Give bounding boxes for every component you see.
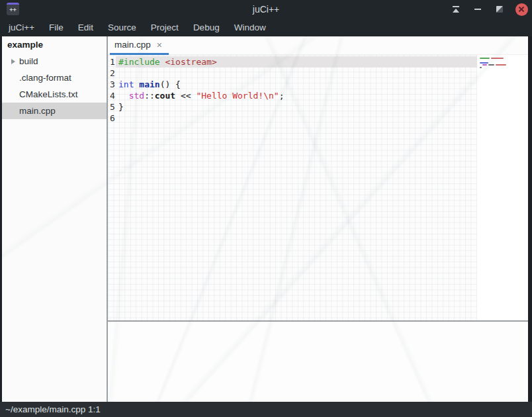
minimap-row-1	[480, 58, 527, 59]
minimap-row-2	[480, 60, 527, 61]
menu-item-juci-[interactable]: juCi++	[1, 19, 42, 36]
tab-main-cpp[interactable]: main.cpp ×	[110, 36, 169, 55]
code-line-3[interactable]: 3int main() {	[108, 79, 477, 90]
code-text: int main() {	[116, 79, 477, 90]
menu-item-project[interactable]: Project	[144, 19, 186, 36]
code-line-4[interactable]: 4 std::cout << "Hello World!\n";	[108, 90, 477, 101]
app-logo-icon: ++	[7, 3, 19, 15]
minimap-row-4	[482, 64, 527, 66]
tree-item-build[interactable]: build	[2, 53, 107, 70]
menubar: juCi++FileEditSourceProjectDebugWindow	[0, 19, 532, 36]
line-number: 4	[108, 90, 116, 101]
code-text	[116, 113, 477, 124]
tree-root-folder[interactable]: example	[2, 36, 107, 53]
status-file-position: ~/example/main.cpp 1:1	[5, 404, 101, 414]
code-line-2[interactable]: 2	[108, 68, 477, 79]
minimap-row-5	[480, 67, 527, 68]
statusbar: ~/example/main.cpp 1:1	[0, 402, 532, 417]
minimap-row-3	[480, 62, 527, 64]
window-controls	[449, 0, 528, 19]
line-number: 2	[108, 68, 116, 79]
menu-item-edit[interactable]: Edit	[71, 19, 101, 36]
code-line-6[interactable]: 6	[108, 113, 477, 124]
line-number: 1	[108, 56, 116, 68]
menu-item-debug[interactable]: Debug	[186, 19, 227, 36]
tree-item-label: build	[19, 56, 38, 66]
titlebar[interactable]: ++ juCi++	[0, 0, 532, 19]
minimap[interactable]	[478, 57, 527, 320]
code-line-1[interactable]: 1#include <iostream>	[108, 56, 477, 68]
code-text: std::cout << "Hello World!\n";	[116, 90, 477, 101]
tabbar: main.cpp ×	[108, 36, 528, 55]
minimize-button[interactable]	[471, 3, 484, 16]
tree-item-label: .clang-format	[19, 73, 71, 83]
output-pane[interactable]	[108, 322, 528, 402]
minimize-icon	[474, 9, 481, 10]
tree-item--clang-format[interactable]: .clang-format	[2, 70, 107, 86]
code-lines: 1#include <iostream>23int main() {4 std:…	[108, 56, 477, 124]
expander-icon[interactable]	[7, 59, 19, 64]
code-line-5[interactable]: 5}	[108, 101, 477, 113]
code-editor[interactable]: 1#include <iostream>23int main() {4 std:…	[108, 55, 528, 320]
juci-window: ++ juCi++ juCi++FileEditSourceProjectDeb…	[0, 0, 532, 417]
line-number: 5	[108, 101, 116, 113]
shade-icon	[452, 6, 460, 13]
content-area: example build.clang-formatCMakeLists.txt…	[0, 36, 532, 402]
restore-button[interactable]	[493, 3, 506, 16]
window-right-border	[528, 36, 532, 402]
tree-item-cmakelists-txt[interactable]: CMakeLists.txt	[2, 86, 107, 103]
menu-item-window[interactable]: Window	[227, 19, 273, 36]
code-text: #include <iostream>	[116, 56, 477, 68]
file-tree: example build.clang-formatCMakeLists.txt…	[2, 36, 107, 402]
code-text: }	[116, 101, 477, 113]
tab-label: main.cpp	[114, 40, 151, 50]
close-icon	[515, 3, 528, 16]
tree-item-label: CMakeLists.txt	[19, 89, 78, 99]
tree-item-main-cpp[interactable]: main.cpp	[2, 103, 107, 119]
line-number: 6	[108, 113, 116, 124]
close-button[interactable]	[515, 3, 528, 16]
tab-close-icon[interactable]: ×	[157, 40, 162, 50]
menu-item-file[interactable]: File	[42, 19, 71, 36]
restore-icon	[496, 6, 503, 13]
code-text	[116, 68, 477, 79]
editor-zone: main.cpp × 1#include <iostream>23int mai…	[108, 36, 528, 402]
shade-button[interactable]	[449, 3, 463, 16]
menu-item-source[interactable]: Source	[101, 19, 144, 36]
line-number: 3	[108, 79, 116, 90]
tree-item-label: main.cpp	[19, 106, 56, 116]
